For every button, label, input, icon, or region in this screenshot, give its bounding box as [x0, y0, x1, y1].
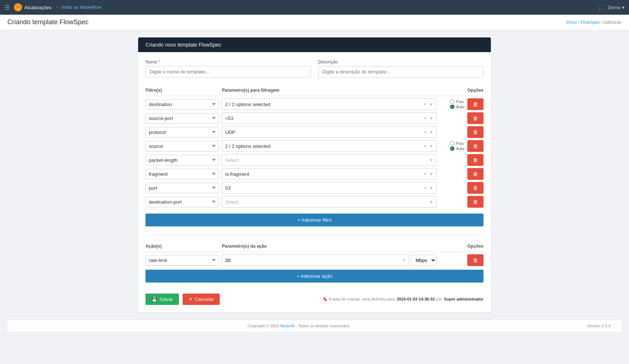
filter-source-param[interactable]: 2 / 2 options selected × ▼	[222, 140, 436, 152]
destination-radio-fixo[interactable]: Fixo	[450, 99, 464, 104]
navbar: ☰ 🔥 Atualizações ← Voltar ao Made4flow ⛶…	[0, 0, 629, 15]
port-dropdown-icon[interactable]: ▼	[429, 186, 433, 190]
main-card: Criando novo template FlowSpec Nome * De…	[138, 37, 491, 312]
filters-col2-header: Parametro(s) para filtragem	[222, 88, 436, 93]
filter-row-packet-length: packet-length Select ▼ 🗑	[145, 154, 484, 166]
action-rate-limit-select-wrap: rate-limit	[145, 255, 219, 266]
filter-packet-length-param[interactable]: Select ▼	[222, 154, 436, 166]
desc-input[interactable]	[318, 66, 484, 77]
destination-clear-icon[interactable]: ×	[424, 101, 427, 107]
name-input[interactable]	[145, 66, 311, 77]
protocol-dropdown-icon[interactable]: ▼	[429, 130, 433, 134]
cancel-button[interactable]: ✕ Cancelar	[183, 294, 220, 305]
add-action-button[interactable]: + Adicionar ação	[145, 270, 484, 283]
page-title: Criando template FlowSpec	[7, 18, 89, 26]
filter-destination-select[interactable]: destination	[145, 99, 219, 110]
brand-label: Atualizações	[24, 5, 51, 10]
back-link[interactable]: ← Voltar ao Made4flow	[56, 5, 101, 10]
protocol-clear-icon[interactable]: ×	[424, 129, 427, 135]
destination-delete-button[interactable]: 🗑	[467, 98, 484, 110]
filter-destination-port-param[interactable]: Select ▼	[222, 196, 436, 208]
navbar-brand: 🔥 Atualizações	[14, 3, 51, 11]
filter-port-param[interactable]: 53 × ▼	[222, 182, 436, 194]
breadcrumb-inicio[interactable]: Início	[566, 20, 577, 25]
port-delete-button[interactable]: 🗑	[467, 182, 484, 194]
source-clear-icon[interactable]: ×	[424, 143, 427, 149]
creation-icon: 🔖	[323, 297, 328, 301]
filters-header: Filtro(s) Parametro(s) para filtragem Op…	[145, 85, 484, 96]
footer-rights: . Todos os direitos reservados.	[296, 324, 351, 328]
protocol-delete-button[interactable]: 🗑	[467, 126, 484, 138]
filter-fragment-param[interactable]: is-fragment × ▼	[222, 168, 436, 180]
source-port-dropdown-icon[interactable]: ▼	[429, 116, 433, 120]
action-rate-limit-unit-select[interactable]: Mbps Kbps Gbps	[411, 255, 436, 266]
destination-dropdown-icon[interactable]: ▼	[429, 102, 433, 106]
form-actions-left: 💾 Salvar ✕ Cancelar	[145, 294, 220, 305]
source-radio-fixo[interactable]: Fixo	[450, 141, 464, 146]
brand-logo: 🔥	[14, 3, 22, 11]
source-port-clear-icon[interactable]: ×	[424, 115, 427, 121]
source-radio-group: Fixo Auto	[450, 141, 464, 151]
packet-length-delete-button[interactable]: 🗑	[467, 154, 484, 166]
save-icon: 💾	[151, 296, 157, 302]
fragment-options: 🗑	[439, 168, 484, 180]
source-port-delete-button[interactable]: 🗑	[467, 112, 484, 124]
action-rate-limit-delete-button[interactable]: 🗑	[467, 254, 484, 266]
filter-row-fragment: fragment is-fragment × ▼ 🗑	[145, 168, 484, 180]
save-button[interactable]: 💾 Salvar	[145, 294, 179, 305]
filter-row-port: port 53 × ▼ 🗑	[145, 182, 484, 194]
navbar-left: ☰ 🔥 Atualizações ← Voltar ao Made4flow	[4, 3, 101, 11]
destination-radio-auto[interactable]: Auto	[450, 105, 464, 109]
menu-icon[interactable]: ☰	[4, 4, 10, 11]
source-delete-button[interactable]: 🗑	[467, 140, 484, 152]
protocol-param-value: UDP	[225, 130, 422, 135]
filter-destination-select-wrap: destination	[145, 99, 219, 110]
action-rate-limit-value-field[interactable]: ×	[222, 254, 409, 266]
footer-brand-link[interactable]: Made4It	[280, 324, 295, 328]
demo-menu[interactable]: Demo ▾	[608, 5, 625, 10]
source-dropdown-icon[interactable]: ▼	[429, 144, 433, 148]
filters-col3-header: Opções	[439, 88, 484, 93]
actions-section: Ação(s) Parametro(s) da ação Opções rate…	[145, 241, 484, 286]
name-group: Nome *	[145, 59, 311, 77]
filter-source-select[interactable]: source	[145, 141, 219, 152]
filter-source-port-select[interactable]: source-port	[145, 113, 219, 124]
destination-port-delete-button[interactable]: 🗑	[467, 196, 484, 208]
action-rate-limit-clear-icon[interactable]: ×	[402, 257, 405, 263]
fragment-dropdown-icon[interactable]: ▼	[429, 172, 433, 176]
filter-destination-port-select[interactable]: destination-port	[145, 197, 219, 207]
packet-length-dropdown-icon[interactable]: ▼	[429, 158, 433, 162]
filter-packet-length-select[interactable]: packet-length	[145, 155, 219, 165]
port-clear-icon[interactable]: ×	[424, 185, 427, 191]
breadcrumb-flowspec[interactable]: FlowSpec	[581, 20, 600, 25]
filter-port-select[interactable]: port	[145, 183, 219, 193]
add-filter-button[interactable]: + Adicionar filtro	[145, 214, 484, 226]
main-content: Criando novo template FlowSpec Nome * De…	[0, 30, 629, 339]
navbar-right: ⛶ Demo ▾	[599, 5, 625, 10]
source-radio-auto[interactable]: Auto	[450, 146, 464, 151]
filter-row-source: source 2 / 2 options selected × ▼ Fixo	[145, 140, 484, 152]
filter-protocol-select-wrap: protocol	[145, 127, 219, 138]
fragment-delete-button[interactable]: 🗑	[467, 168, 484, 180]
footer-copyright: Copyright © 2023	[248, 324, 279, 328]
desc-group: Descrição	[318, 59, 484, 77]
action-rate-limit-input[interactable]	[225, 258, 402, 263]
page-header: Criando template FlowSpec Início / FlowS…	[0, 15, 629, 30]
destination-port-dropdown-icon[interactable]: ▼	[429, 200, 433, 204]
filter-protocol-select[interactable]: protocol	[145, 127, 219, 138]
filter-row-destination-port: destination-port Select ▼ 🗑	[145, 196, 484, 208]
breadcrumb-adicionar: Adicionar	[603, 20, 622, 25]
protocol-options: 🗑	[439, 126, 484, 138]
destination-radio-group: Fixo Auto	[450, 99, 464, 109]
action-rate-limit-select[interactable]: rate-limit	[145, 255, 219, 266]
card-header: Criando novo template FlowSpec	[138, 37, 491, 52]
fragment-param-value: is-fragment	[225, 171, 422, 177]
fragment-clear-icon[interactable]: ×	[424, 171, 427, 177]
filter-fragment-select[interactable]: fragment	[145, 169, 219, 179]
section-divider	[145, 235, 484, 236]
filter-destination-param[interactable]: 2 / 2 options selected × ▼	[222, 98, 436, 110]
filter-port-select-wrap: port	[145, 183, 219, 193]
expand-icon[interactable]: ⛶	[599, 5, 604, 10]
filter-protocol-param[interactable]: UDP × ▼	[222, 126, 436, 138]
filter-source-port-param[interactable]: =53 × ▼	[222, 112, 436, 124]
